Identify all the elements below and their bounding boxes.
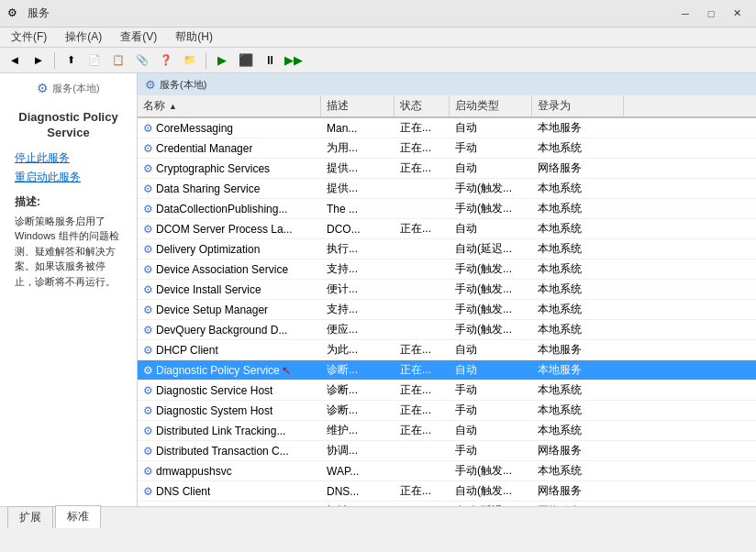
- toolbar-pause[interactable]: ⏸: [259, 50, 281, 71]
- service-status: [395, 469, 450, 473]
- table-row[interactable]: ⚙Diagnostic Service Host诊断...正在...手动本地系统: [138, 381, 756, 401]
- service-startup: 自动: [450, 159, 532, 178]
- service-startup: 手动(触发...: [450, 199, 532, 218]
- toolbar-btn2[interactable]: 📄: [83, 50, 106, 71]
- service-row-icon: ⚙: [143, 162, 153, 175]
- toolbar-forward[interactable]: ►: [28, 50, 50, 71]
- service-desc: 便计...: [321, 280, 395, 299]
- tab-standard[interactable]: 标准: [55, 505, 101, 528]
- service-row-icon: ⚙: [143, 142, 153, 155]
- service-name: Cryptographic Services: [156, 162, 270, 175]
- menu-view[interactable]: 查看(V): [113, 28, 164, 47]
- service-login: 本地系统: [532, 401, 624, 420]
- service-name: Downloaded Maps Man...: [156, 505, 281, 507]
- service-name: Diagnostic Policy Service: [156, 364, 280, 377]
- services-table[interactable]: 名称 ▲ 描述 状态 启动类型 登录为 ⚙CoreMessagingMan...…: [138, 95, 756, 506]
- service-row-icon: ⚙: [143, 465, 153, 478]
- service-status: [395, 207, 450, 211]
- toolbar-up[interactable]: ⬆: [60, 50, 82, 71]
- service-startup: 手动: [450, 441, 532, 460]
- col-header-desc[interactable]: 描述: [321, 95, 395, 116]
- table-row[interactable]: ⚙Device Setup Manager支持...手动(触发...本地系统: [138, 300, 756, 320]
- toolbar-restart[interactable]: ▶▶: [283, 50, 305, 71]
- service-status: [395, 187, 450, 191]
- table-row[interactable]: ⚙DevQuery Background D...便应...手动(触发...本地…: [138, 320, 756, 340]
- table-row[interactable]: ⚙Delivery Optimization执行...自动(延迟...本地系统: [138, 239, 756, 259]
- service-name: DataCollectionPublishing...: [156, 203, 287, 215]
- right-panel: ⚙ 服务(本地) 名称 ▲ 描述 状态 启动类型 登录为: [138, 73, 756, 506]
- service-desc: DCO...: [321, 221, 395, 237]
- service-row-icon: ⚙: [143, 203, 153, 215]
- left-panel-inner: Diagnostic Policy Service 停止此服务 重启动此服务 描…: [7, 103, 129, 296]
- service-name: CoreMessaging: [156, 122, 233, 135]
- toolbar-btn6[interactable]: 📁: [179, 50, 201, 71]
- left-panel-header: ⚙ 服务(本地): [37, 81, 99, 95]
- menu-action[interactable]: 操作(A): [58, 28, 109, 47]
- service-row-icon: ⚙: [143, 485, 153, 498]
- col-header-status[interactable]: 状态: [395, 95, 450, 116]
- service-status: 正在...: [395, 118, 450, 138]
- table-row[interactable]: ⚙Credential Manager为用...正在...手动本地系统: [138, 138, 756, 159]
- toolbar-stop[interactable]: ⬛: [235, 50, 257, 71]
- table-row[interactable]: ⚙Cryptographic Services提供...正在...自动网络服务: [138, 159, 756, 179]
- tab-expand[interactable]: 扩展: [7, 506, 53, 528]
- table-row[interactable]: ⚙Distributed Transaction C...协调...手动网络服务: [138, 441, 756, 461]
- service-row-icon: ⚙: [143, 304, 153, 316]
- table-row[interactable]: ⚙DHCP Client为此...正在...自动本地服务: [138, 340, 756, 360]
- service-row-icon: ⚙: [143, 324, 153, 337]
- service-row-icon: ⚙: [143, 263, 153, 276]
- service-status: [395, 328, 450, 332]
- service-desc: 诊断...: [321, 381, 395, 400]
- toolbar-back[interactable]: ◄: [4, 50, 26, 71]
- table-row[interactable]: ⚙CoreMessagingMan...正在...自动本地服务: [138, 118, 756, 138]
- service-startup: 自动: [450, 421, 532, 440]
- service-status: 正在...: [395, 401, 450, 420]
- service-login: 本地系统: [532, 280, 624, 299]
- toolbar-btn3[interactable]: 📋: [107, 50, 129, 71]
- service-row-icon: ⚙: [143, 364, 153, 377]
- close-button[interactable]: ✕: [725, 5, 749, 23]
- table-row[interactable]: ⚙dmwappushsvcWAP...手动(触发...本地系统: [138, 461, 756, 481]
- minimize-button[interactable]: ─: [673, 5, 697, 23]
- table-row[interactable]: ⚙Diagnostic System Host诊断...正在...手动本地系统: [138, 401, 756, 421]
- table-row[interactable]: ⚙Data Sharing Service提供...手动(触发...本地系统: [138, 179, 756, 199]
- table-row[interactable]: ⚙Downloaded Maps Man...机计...自动(延迟...网络服务: [138, 502, 756, 506]
- table-row[interactable]: ⚙DataCollectionPublishing...The ...手动(触发…: [138, 199, 756, 219]
- table-row[interactable]: ⚙Diagnostic Policy Service↖诊断...正在...自动本…: [138, 360, 756, 381]
- table-row[interactable]: ⚙Device Association Service支持...手动(触发...…: [138, 259, 756, 280]
- service-status: [395, 248, 450, 251]
- service-row-icon: ⚙: [143, 182, 153, 195]
- maximize-button[interactable]: □: [699, 5, 723, 23]
- service-startup: 自动: [450, 118, 532, 138]
- menu-help[interactable]: 帮助(H): [168, 28, 220, 47]
- table-row[interactable]: ⚙Device Install Service便计...手动(触发...本地系统: [138, 280, 756, 300]
- service-status: [395, 449, 450, 453]
- services-icon: ⚙: [37, 81, 49, 95]
- service-links: 停止此服务 重启动此服务: [15, 150, 122, 185]
- service-desc: 支持...: [321, 259, 395, 279]
- toolbar-play[interactable]: ▶: [211, 50, 233, 71]
- service-startup: 手动(触发...: [450, 280, 532, 299]
- service-login: 本地服务: [532, 360, 624, 380]
- table-row[interactable]: ⚙DNS ClientDNS...正在...自动(触发...网络服务: [138, 481, 756, 502]
- service-row-icon: ⚙: [143, 283, 153, 296]
- toolbar: ◄ ► ⬆ 📄 📋 📎 ❓ 📁 ▶ ⬛ ⏸ ▶▶: [0, 48, 756, 73]
- table-row[interactable]: ⚙DCOM Server Process La...DCO...正在...自动本…: [138, 219, 756, 239]
- service-login: 本地系统: [532, 138, 624, 158]
- toolbar-btn5[interactable]: ❓: [155, 50, 177, 71]
- stop-service-link[interactable]: 停止此服务: [15, 150, 122, 166]
- menu-file[interactable]: 文件(F): [4, 28, 54, 47]
- col-header-startup[interactable]: 启动类型: [450, 95, 532, 116]
- table-row[interactable]: ⚙Distributed Link Tracking...维护...正在...自…: [138, 421, 756, 441]
- service-status: 正在...: [395, 481, 450, 501]
- service-login: 网络服务: [532, 502, 624, 506]
- menu-bar: 文件(F) 操作(A) 查看(V) 帮助(H): [0, 28, 756, 48]
- col-header-login[interactable]: 登录为: [532, 95, 624, 116]
- toolbar-btn4[interactable]: 📎: [131, 50, 153, 71]
- col-header-name[interactable]: 名称 ▲: [138, 95, 321, 116]
- service-startup: 自动(延迟...: [450, 502, 532, 506]
- service-login: 本地系统: [532, 199, 624, 218]
- service-row-icon: ⚙: [143, 505, 153, 507]
- service-login: 网络服务: [532, 441, 624, 460]
- restart-service-link[interactable]: 重启动此服务: [15, 170, 122, 185]
